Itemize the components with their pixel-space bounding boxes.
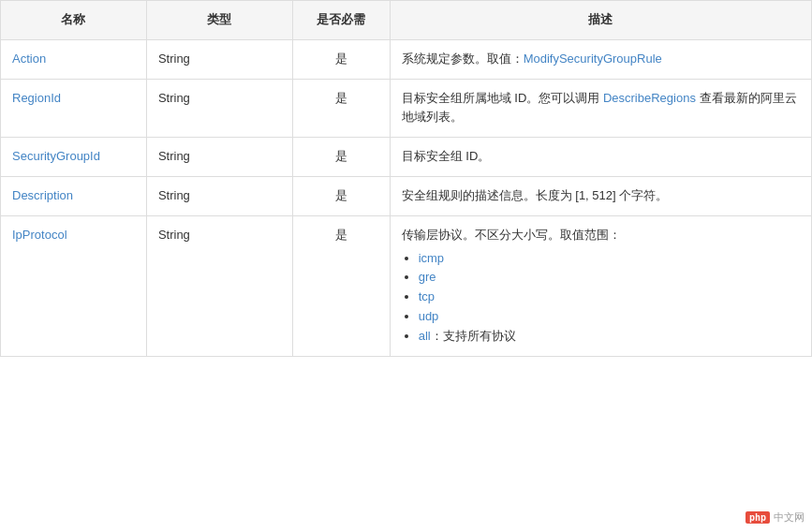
row-type-4: String [146, 215, 292, 356]
protocol-item: gre [419, 268, 800, 288]
row-required-3: 是 [292, 176, 390, 215]
row-required-4: 是 [292, 215, 390, 356]
php-badge: php [746, 511, 770, 524]
protocol-item: icmp [419, 249, 800, 269]
row-required-2: 是 [292, 138, 390, 177]
row-name-2: SecurityGroupId [1, 138, 147, 177]
row-description-0: 系统规定参数。取值：ModifySecurityGroupRule [390, 39, 811, 79]
row-type-3: String [146, 176, 292, 215]
protocol-item-all: all：支持所有协议 [419, 327, 800, 347]
protocol-item: udp [419, 307, 800, 327]
row-description-3: 安全组规则的描述信息。长度为 [1, 512] 个字符。 [390, 176, 811, 215]
row-description-1: 目标安全组所属地域 ID。您可以调用 DescribeRegions 查看最新的… [390, 79, 811, 138]
row-required-0: 是 [292, 39, 390, 79]
watermark: php 中文网 [746, 510, 805, 525]
header-required: 是否必需 [292, 1, 390, 40]
site-name: 中文网 [774, 510, 805, 525]
row-description-4: 传输层协议。不区分大小写。取值范围：icmpgretcpudpall：支持所有协… [390, 215, 811, 356]
row-name-3: Description [1, 176, 147, 215]
header-name: 名称 [1, 1, 147, 40]
row-name-0: Action [1, 39, 147, 79]
row-type-0: String [146, 39, 292, 79]
row-description-2: 目标安全组 ID。 [390, 138, 811, 177]
row-required-1: 是 [292, 79, 390, 138]
row-type-2: String [146, 138, 292, 177]
header-type: 类型 [146, 1, 292, 40]
row-name-1: RegionId [1, 79, 147, 138]
protocol-item: tcp [419, 288, 800, 307]
row-name-4: IpProtocol [1, 215, 147, 356]
header-description: 描述 [390, 1, 811, 40]
row-type-1: String [146, 79, 292, 138]
